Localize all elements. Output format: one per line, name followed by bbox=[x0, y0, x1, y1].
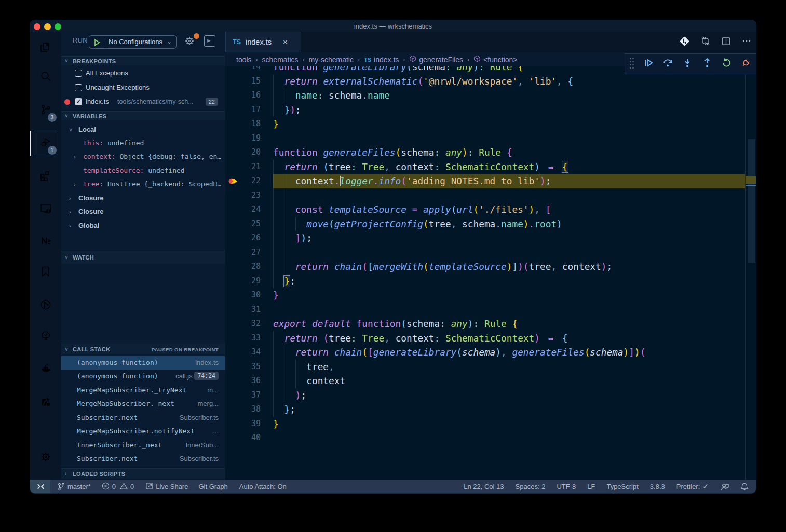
chevron-right-icon[interactable]: › bbox=[69, 219, 71, 233]
chevron-right-icon[interactable]: › bbox=[74, 178, 76, 191]
variable-row[interactable]: templateSource: undefined bbox=[61, 164, 225, 178]
variable-scope-row[interactable]: ›Global bbox=[61, 219, 225, 233]
scope-label[interactable]: Closure bbox=[78, 192, 103, 205]
activity-bar-item-source-control[interactable]: 3 bbox=[30, 98, 61, 123]
problems-status[interactable]: 00 bbox=[102, 481, 134, 492]
variable-scope-row[interactable]: ›Closure bbox=[61, 205, 225, 219]
breakpoint-row[interactable]: index.tstools/schematics/my-sch...22 bbox=[61, 95, 225, 108]
more-actions-button[interactable] bbox=[741, 36, 752, 48]
breakpoint-label[interactable]: Uncaught Exceptions bbox=[86, 81, 150, 94]
section-header-variables[interactable]: ˅VARIABLES bbox=[61, 111, 225, 120]
debug-settings-gear[interactable] bbox=[184, 35, 197, 49]
debug-configuration-dropdown[interactable]: No Configurations⌄ bbox=[89, 35, 177, 49]
git-branch-status[interactable]: master* bbox=[57, 481, 91, 492]
indentation-status[interactable]: Spaces: 2 bbox=[516, 483, 546, 490]
breadcrumb-item[interactable]: tools bbox=[236, 56, 252, 64]
close-tab-icon[interactable]: × bbox=[283, 37, 288, 46]
variable-entry[interactable]: tree: HostTree {_backend: ScopedH… bbox=[83, 178, 221, 191]
code-token: default bbox=[312, 318, 351, 329]
callstack-frame[interactable]: MergeMapSubscriber.notifyNext... bbox=[61, 425, 225, 439]
remote-indicator[interactable] bbox=[30, 480, 50, 493]
chevron-right-icon[interactable]: › bbox=[69, 205, 71, 219]
callstack-frame[interactable]: InnerSubscriber._nextInnerSub... bbox=[61, 439, 225, 453]
activity-bar-item-project-manager[interactable] bbox=[30, 390, 61, 415]
tab-index-ts[interactable]: TS index.ts × bbox=[225, 32, 301, 52]
section-header-breakpoints[interactable]: ˅BREAKPOINTS bbox=[61, 56, 225, 65]
breadcrumb-item[interactable]: schematics bbox=[262, 56, 299, 64]
scope-label[interactable]: Closure bbox=[78, 205, 103, 219]
activity-bar-item-manage[interactable] bbox=[30, 445, 61, 470]
breadcrumb-item[interactable]: <function> bbox=[473, 55, 517, 64]
check-icon: ✓ bbox=[702, 482, 709, 490]
title-bar[interactable]: index.ts — wrkschematics bbox=[30, 20, 756, 32]
open-changes-button[interactable] bbox=[700, 36, 711, 48]
step-out-button[interactable] bbox=[697, 53, 717, 74]
variable-scope-row[interactable]: ›Closure bbox=[61, 192, 225, 205]
continue-button[interactable] bbox=[639, 53, 658, 74]
variable-row[interactable]: ›tree: HostTree {_backend: ScopedH… bbox=[61, 178, 225, 191]
section-header-loaded-scripts[interactable]: ›LOADED SCRIPTS bbox=[61, 468, 225, 479]
breakpoint-label[interactable]: All Exceptions bbox=[86, 66, 128, 80]
callstack-frame[interactable]: MergeMapSubscriber._nextmerg... bbox=[61, 397, 225, 411]
chevron-right-icon[interactable]: › bbox=[74, 150, 76, 163]
breakpoint-row[interactable]: Uncaught Exceptions bbox=[61, 81, 225, 94]
section-header-watch[interactable]: ˅WATCH bbox=[61, 251, 225, 264]
breakpoint-label[interactable]: index.ts bbox=[86, 95, 109, 108]
breakpoint-checkbox[interactable] bbox=[75, 70, 82, 77]
scope-label[interactable]: Local bbox=[78, 123, 96, 137]
breadcrumb-item[interactable]: my-schematic bbox=[309, 56, 354, 64]
scope-label[interactable]: Global bbox=[78, 219, 99, 233]
disconnect-button[interactable] bbox=[736, 53, 756, 74]
breakpoint-checkbox[interactable] bbox=[75, 98, 82, 105]
start-debugging-icon[interactable] bbox=[93, 38, 101, 49]
variable-entry[interactable]: templateSource: undefined bbox=[83, 164, 185, 178]
ts-version-status[interactable]: 3.8.3 bbox=[650, 483, 665, 490]
activity-bar-item-docker[interactable] bbox=[30, 357, 61, 381]
git-graph-status[interactable]: Git Graph bbox=[198, 483, 227, 490]
editor-scrollbar[interactable] bbox=[748, 139, 755, 263]
step-over-button[interactable] bbox=[658, 53, 678, 74]
activity-bar-item-extensions[interactable] bbox=[30, 164, 61, 189]
breadcrumb-item[interactable]: generateFiles bbox=[409, 55, 463, 64]
activity-bar-item-todo-tree[interactable] bbox=[30, 324, 61, 349]
variable-entry[interactable]: this: undefined bbox=[83, 137, 144, 150]
step-into-button[interactable] bbox=[677, 53, 697, 74]
encoding-status[interactable]: UTF-8 bbox=[557, 483, 576, 490]
code-editor[interactable]: 14function generateLibrary(schema: any):… bbox=[225, 66, 756, 480]
callstack-frame[interactable]: Subscriber.nextSubscriber.ts bbox=[61, 411, 225, 425]
callstack-frame[interactable]: MergeMapSubscriber._tryNextm... bbox=[61, 384, 225, 398]
auto-attach-status[interactable]: Auto Attach: On bbox=[239, 483, 287, 490]
open-on-git-button[interactable] bbox=[679, 36, 690, 49]
activity-bar-item-explorer[interactable] bbox=[30, 36, 61, 61]
toolbar-drag-grip[interactable] bbox=[625, 53, 639, 74]
breakpoint-checkbox[interactable] bbox=[75, 84, 82, 91]
breadcrumb-item[interactable]: TSindex.ts bbox=[364, 56, 399, 64]
variable-entry[interactable]: context: Object {debug: false, en… bbox=[83, 150, 221, 163]
section-header-call-stack[interactable]: ˅CALL STACKPAUSED ON BREAKPOINT bbox=[61, 344, 225, 354]
prettier-status[interactable]: Prettier:✓ bbox=[676, 482, 709, 490]
activity-bar-item-nx-console[interactable] bbox=[30, 229, 61, 254]
notifications-status[interactable] bbox=[740, 481, 749, 492]
config-dropdown-value[interactable]: No Configurations bbox=[109, 38, 162, 46]
cursor-position-status[interactable]: Ln 22, Col 13 bbox=[464, 483, 504, 490]
activity-bar-item-git-graph[interactable] bbox=[30, 293, 61, 318]
eol-status[interactable]: LF bbox=[587, 483, 595, 490]
activity-bar-item-remote-explorer[interactable] bbox=[30, 197, 61, 222]
restart-button[interactable] bbox=[717, 53, 737, 74]
chevron-down-icon[interactable]: ˅ bbox=[69, 123, 72, 137]
feedback-status[interactable] bbox=[720, 481, 729, 493]
variable-row[interactable]: this: undefined bbox=[61, 137, 225, 150]
chevron-right-icon[interactable]: › bbox=[69, 192, 71, 205]
variable-row[interactable]: ›context: Object {debug: false, en… bbox=[61, 150, 225, 163]
language-status[interactable]: TypeScript bbox=[606, 483, 638, 490]
variable-scope-row[interactable]: ˅Local bbox=[61, 123, 225, 137]
open-debug-console-button[interactable]: ▸ bbox=[204, 35, 215, 47]
activity-bar-item-search[interactable] bbox=[30, 65, 61, 90]
callstack-frame[interactable]: (anonymous function)call.js 74:24 bbox=[61, 370, 225, 384]
live-share-status[interactable]: Live Share bbox=[145, 481, 188, 492]
callstack-frame[interactable]: (anonymous function)index.ts bbox=[61, 356, 225, 370]
activity-bar-item-bookmarks[interactable] bbox=[30, 260, 61, 285]
split-editor-button[interactable] bbox=[721, 36, 731, 48]
callstack-frame[interactable]: Subscriber.nextSubscriber.ts bbox=[61, 452, 225, 466]
breakpoint-row[interactable]: All Exceptions bbox=[61, 66, 225, 80]
